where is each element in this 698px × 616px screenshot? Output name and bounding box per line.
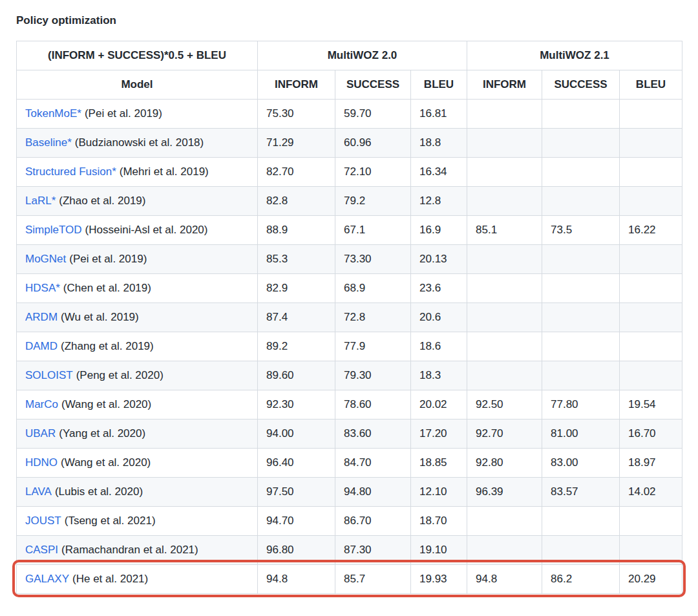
metric-cell: 16.81: [411, 100, 467, 129]
model-citation: (He et al. 2021): [72, 573, 148, 585]
model-cell: LaRL*(Zhao et al. 2019): [17, 187, 258, 216]
metric-cell: 77.9: [335, 332, 411, 361]
model-link[interactable]: JOUST: [25, 515, 61, 527]
model-citation: (Chen et al. 2019): [63, 282, 151, 294]
table-body: TokenMoE*(Pei et al. 2019) 75.30 59.70 1…: [17, 100, 682, 594]
model-link[interactable]: GALAXY: [25, 573, 69, 585]
metric-cell: [620, 158, 682, 187]
model-cell: ARDM(Wu et al. 2019): [17, 303, 258, 332]
metric-cell: 82.9: [258, 274, 335, 303]
model-link[interactable]: LAVA: [25, 485, 52, 498]
model-cell: SOLOIST(Peng et al. 2020): [17, 361, 258, 390]
metric-cell: 16.70: [620, 420, 682, 449]
metric-cell: 73.5: [542, 216, 620, 245]
metric-cell: 18.6: [411, 332, 467, 361]
metric-cell: 92.50: [467, 390, 542, 420]
model-link[interactable]: Baseline*: [25, 136, 72, 149]
model-cell: CASPI(Ramachandran et al. 2021): [17, 536, 258, 565]
metric-cell: 97.50: [258, 478, 335, 507]
metric-cell: [620, 245, 682, 274]
metric-cell: [542, 507, 620, 536]
metric-cell: 17.20: [411, 420, 467, 449]
metric-cell: 83.57: [542, 478, 620, 507]
table-row: TokenMoE*(Pei et al. 2019) 75.30 59.70 1…: [17, 100, 682, 129]
metric-cell: 94.8: [258, 565, 335, 594]
model-link[interactable]: DAMD: [25, 340, 58, 352]
metric-cell: 18.70: [411, 507, 467, 536]
model-cell: Structured Fusion*(Mehri et al. 2019): [17, 158, 258, 187]
metric-cell: [542, 100, 620, 129]
model-citation: (Budzianowski et al. 2018): [75, 136, 204, 149]
model-cell: MarCo(Wang et al. 2020): [17, 390, 258, 420]
metric-cell: 89.60: [258, 361, 335, 390]
metric-cell: [542, 158, 620, 187]
table-row: ARDM(Wu et al. 2019) 87.4 72.8 20.6: [17, 303, 682, 332]
model-link[interactable]: TokenMoE*: [25, 107, 81, 120]
model-citation: (Wang et al. 2020): [61, 398, 151, 410]
metric-cell: 85.1: [467, 216, 542, 245]
metric-cell: [467, 158, 542, 187]
model-link[interactable]: MoGNet: [25, 253, 66, 265]
metric-cell: [620, 129, 682, 158]
bleu-column-header-2-0: BLEU: [411, 70, 467, 100]
model-link[interactable]: ARDM: [25, 311, 58, 323]
metric-cell: 19.54: [620, 390, 682, 420]
metric-cell: 87.4: [258, 303, 335, 332]
model-cell: DAMD(Zhang et al. 2019): [17, 332, 258, 361]
model-citation: (Tseng et al. 2021): [65, 515, 156, 527]
table-row: UBAR(Yang et al. 2020) 94.00 83.60 17.20…: [17, 420, 682, 449]
table-row: CASPI(Ramachandran et al. 2021) 96.80 87…: [17, 536, 682, 565]
metric-cell: 75.30: [258, 100, 335, 129]
model-link[interactable]: CASPI: [25, 544, 58, 556]
metric-cell: 85.7: [335, 565, 411, 594]
model-citation: (Hosseini-Asl et al. 2020): [85, 224, 208, 236]
metric-cell: 19.10: [411, 536, 467, 565]
metric-cell: 92.70: [467, 420, 542, 449]
metric-cell: [620, 507, 682, 536]
metric-cell: 85.3: [258, 245, 335, 274]
metric-cell: [542, 332, 620, 361]
metric-cell: [467, 100, 542, 129]
model-link[interactable]: SimpleTOD: [25, 224, 82, 236]
metric-cell: 83.60: [335, 420, 411, 449]
model-link[interactable]: MarCo: [25, 398, 58, 410]
metric-cell: 87.30: [335, 536, 411, 565]
metric-cell: 83.00: [542, 449, 620, 478]
model-cell: Baseline*(Budzianowski et al. 2018): [17, 129, 258, 158]
model-citation: (Wang et al. 2020): [61, 456, 151, 469]
metric-cell: 82.8: [258, 187, 335, 216]
model-column-header: Model: [17, 70, 258, 100]
model-link[interactable]: SOLOIST: [25, 369, 73, 381]
metric-cell: 72.8: [335, 303, 411, 332]
metric-cell: [467, 361, 542, 390]
bleu-column-header-2-1: BLEU: [620, 70, 682, 100]
metric-cell: [542, 187, 620, 216]
table-row: LaRL*(Zhao et al. 2019) 82.8 79.2 12.8: [17, 187, 682, 216]
metric-cell: [467, 187, 542, 216]
metric-cell: [467, 129, 542, 158]
metric-cell: 79.30: [335, 361, 411, 390]
metric-cell: 68.9: [335, 274, 411, 303]
model-link[interactable]: HDNO: [25, 456, 58, 469]
metric-cell: 92.30: [258, 390, 335, 420]
metric-cell: 86.2: [542, 565, 620, 594]
model-link[interactable]: HDSA*: [25, 282, 60, 294]
model-citation: (Mehri et al. 2019): [120, 165, 209, 178]
table-row: Structured Fusion*(Mehri et al. 2019) 82…: [17, 158, 682, 187]
metric-cell: 71.29: [258, 129, 335, 158]
metric-cell: [467, 274, 542, 303]
table-row: JOUST(Tseng et al. 2021) 94.70 86.70 18.…: [17, 507, 682, 536]
inform-column-header-2-1: INFORM: [467, 70, 542, 100]
metric-cell: [467, 507, 542, 536]
metric-cell: 18.3: [411, 361, 467, 390]
model-link[interactable]: LaRL*: [25, 195, 56, 207]
model-link[interactable]: UBAR: [25, 427, 56, 440]
metric-cell: 60.96: [335, 129, 411, 158]
model-cell: TokenMoE*(Pei et al. 2019): [17, 100, 258, 129]
metric-cell: 96.39: [467, 478, 542, 507]
metric-cell: 18.97: [620, 449, 682, 478]
metric-cell: [542, 361, 620, 390]
success-column-header-2-0: SUCCESS: [335, 70, 411, 100]
metric-cell: 72.10: [335, 158, 411, 187]
model-link[interactable]: Structured Fusion*: [25, 165, 116, 178]
